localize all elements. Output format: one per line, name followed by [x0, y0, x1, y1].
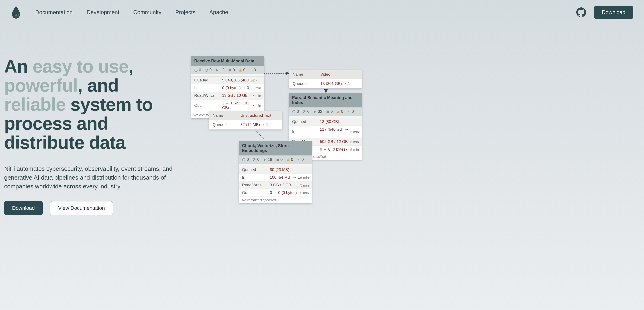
svg-point-6 [195, 69, 197, 71]
nav-projects[interactable]: Projects [175, 9, 196, 16]
download-button-header[interactable]: Download [594, 6, 633, 19]
main-nav: Documentation Development Community Proj… [35, 9, 228, 16]
nifi-logo[interactable] [11, 6, 21, 19]
svg-rect-3 [18, 15, 19, 17]
card-title: Chunk, Vectorize, Store Embeddings [239, 141, 312, 155]
svg-rect-10 [229, 69, 231, 71]
svg-marker-11 [239, 69, 242, 71]
hero-title: An easy to use, powerful, and reliable s… [4, 57, 183, 152]
svg-marker-17 [337, 110, 340, 113]
svg-point-18 [242, 158, 245, 161]
svg-marker-21 [264, 158, 266, 161]
svg-line-20 [253, 158, 255, 161]
view-docs-button[interactable]: View Documentation [50, 201, 113, 215]
svg-rect-0 [16, 14, 18, 15]
svg-rect-22 [276, 158, 279, 161]
svg-rect-16 [327, 110, 329, 113]
svg-marker-15 [314, 110, 316, 113]
stat-bar: 0 0 32 0 0 0 [289, 107, 362, 116]
github-icon[interactable] [576, 8, 586, 17]
svg-marker-9 [216, 69, 218, 71]
svg-line-14 [303, 110, 305, 113]
nav-development[interactable]: Development [86, 9, 119, 16]
card-title: Receive Raw Multi-Modal Data [191, 56, 264, 66]
nav-documentation[interactable]: Documentation [35, 9, 72, 16]
connection-card-video: NameVideo Queued15 (301 GB) → 1 [289, 70, 362, 88]
svg-rect-2 [16, 15, 18, 17]
nav-community[interactable]: Community [133, 9, 161, 16]
hero-subtitle: NiFi automates cybersecurity, observabil… [4, 165, 183, 191]
svg-rect-1 [18, 14, 19, 15]
processor-card-chunk: Chunk, Vectorize, Store Embeddings 0 0 1… [239, 141, 312, 203]
connection-card-text: NameUnstructured Text Queued52 (12 MB) →… [209, 111, 282, 129]
stat-bar: 0 0 18 0 0 0 [239, 155, 312, 164]
flow-diagram: Receive Raw Multi-Modal Data 0 0 12 0 0 … [187, 50, 640, 215]
svg-marker-23 [287, 158, 289, 161]
processor-card-receive: Receive Raw Multi-Modal Data 0 0 12 0 0 … [191, 56, 264, 118]
card-title: Extract Semantic Meaning and Index [289, 93, 362, 107]
download-button[interactable]: Download [4, 201, 43, 215]
svg-point-12 [292, 110, 295, 113]
svg-line-8 [206, 69, 208, 71]
nav-apache[interactable]: Apache [209, 9, 228, 16]
stat-bar: 0 0 12 0 0 0 [191, 66, 264, 74]
svg-rect-4 [15, 15, 16, 17]
